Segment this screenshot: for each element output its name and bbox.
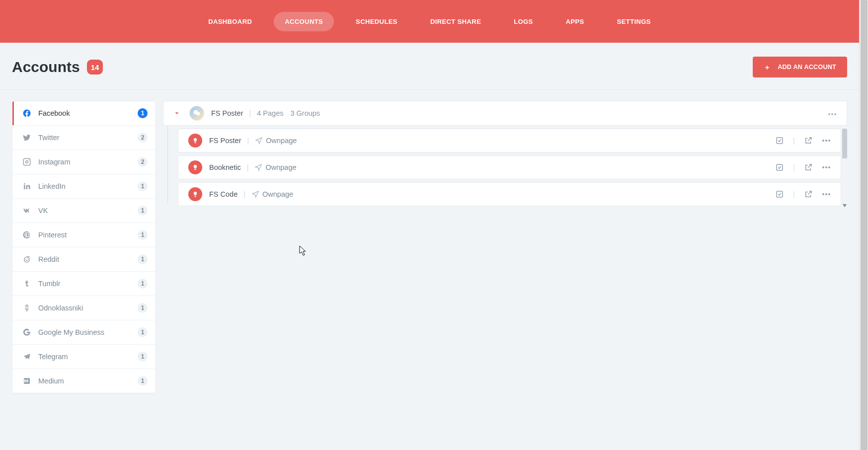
network-item-reddit[interactable]: Reddit 1 xyxy=(12,247,156,272)
add-account-label: ADD AN ACCOUNT xyxy=(778,64,836,71)
send-icon xyxy=(254,163,262,171)
svg-point-17 xyxy=(825,166,827,168)
svg-point-12 xyxy=(822,140,824,142)
network-list: Facebook 1 Twitter 2 Instagram 2 LinkedI… xyxy=(12,101,156,393)
select-icon[interactable] xyxy=(775,190,784,199)
facebook-icon xyxy=(22,109,31,118)
network-label: VK xyxy=(38,207,48,215)
sub-item-actions: | xyxy=(775,190,831,199)
odnoklassniki-icon xyxy=(22,303,31,312)
google-icon xyxy=(22,328,31,337)
twitter-icon xyxy=(22,133,31,142)
svg-point-18 xyxy=(828,166,830,168)
svg-point-13 xyxy=(825,140,827,142)
network-item-google-my-business[interactable]: Google My Business 1 xyxy=(12,320,156,345)
svg-point-9 xyxy=(831,113,833,115)
body: Facebook 1 Twitter 2 Instagram 2 LinkedI… xyxy=(0,90,859,393)
nav-schedules[interactable]: SCHEDULES xyxy=(345,12,408,31)
network-item-pinterest[interactable]: Pinterest 1 xyxy=(12,223,156,247)
sub-item-name: FS Poster xyxy=(209,137,241,145)
svg-point-22 xyxy=(828,193,830,195)
sub-item-name: Booknetic xyxy=(209,163,241,171)
nav-logs[interactable]: LOGS xyxy=(503,12,544,31)
sub-item[interactable]: FS Code | Ownpage | xyxy=(178,182,841,206)
sub-item-type: Ownpage xyxy=(266,137,297,145)
svg-point-0 xyxy=(26,161,28,163)
tumblr-icon xyxy=(22,279,31,288)
network-item-instagram[interactable]: Instagram 2 xyxy=(12,150,156,174)
page-header: Accounts 14 ＋ ADD AN ACCOUNT xyxy=(0,43,859,90)
network-item-medium[interactable]: Medium 1 xyxy=(12,369,156,393)
main-content: FS Poster | 4 Pages 3 Groups FS Poster | xyxy=(163,101,847,393)
network-label: Facebook xyxy=(38,109,70,117)
vk-icon xyxy=(22,206,31,215)
linkedin-icon xyxy=(22,182,31,191)
svg-point-6 xyxy=(26,305,28,307)
account-avatar xyxy=(189,106,204,121)
network-label: Medium xyxy=(38,377,64,385)
divider: | xyxy=(793,190,795,198)
network-label: Pinterest xyxy=(38,231,67,239)
network-item-facebook[interactable]: Facebook 1 xyxy=(12,101,156,126)
svg-point-10 xyxy=(834,113,836,115)
select-icon[interactable] xyxy=(775,163,784,172)
sub-item-name: FS Code xyxy=(209,190,237,198)
network-label: LinkedIn xyxy=(38,182,66,190)
network-item-odnoklassniki[interactable]: Odnoklassniki 1 xyxy=(12,296,156,320)
page-scrollbar[interactable] xyxy=(859,0,868,450)
network-item-twitter[interactable]: Twitter 2 xyxy=(12,126,156,150)
divider: | xyxy=(249,109,251,117)
top-nav: DASHBOARD ACCOUNTS SCHEDULES DIRECT SHAR… xyxy=(0,0,859,43)
network-count: 1 xyxy=(138,254,148,264)
svg-rect-11 xyxy=(777,138,783,144)
account-more-menu[interactable] xyxy=(828,109,837,117)
page-scrollbar-thumb[interactable] xyxy=(861,0,868,450)
network-count: 1 xyxy=(138,376,148,386)
sub-item[interactable]: FS Poster | Ownpage | xyxy=(178,129,841,152)
nav-accounts[interactable]: ACCOUNTS xyxy=(274,12,334,31)
network-item-tumblr[interactable]: Tumblr 1 xyxy=(12,272,156,296)
svg-point-4 xyxy=(27,259,28,260)
nav-apps[interactable]: APPS xyxy=(555,12,595,31)
svg-point-8 xyxy=(828,113,830,115)
divider: | xyxy=(243,190,245,198)
add-account-button[interactable]: ＋ ADD AN ACCOUNT xyxy=(753,57,847,77)
network-label: Google My Business xyxy=(38,328,104,336)
nav-direct-share[interactable]: DIRECT SHARE xyxy=(419,12,492,31)
open-external-icon[interactable] xyxy=(804,190,813,199)
collapse-toggle[interactable] xyxy=(173,110,180,117)
svg-point-3 xyxy=(25,259,26,260)
network-item-linkedin[interactable]: LinkedIn 1 xyxy=(12,174,156,199)
svg-rect-15 xyxy=(777,164,783,170)
sub-item-more-menu[interactable] xyxy=(822,193,831,196)
network-count: 1 xyxy=(138,279,148,289)
svg-point-16 xyxy=(822,166,824,168)
network-label: Twitter xyxy=(38,134,60,142)
nav-dashboard[interactable]: DASHBOARD xyxy=(197,12,263,31)
account-pages-count: 4 Pages xyxy=(257,109,283,117)
sub-item-actions: | xyxy=(775,163,831,172)
sub-item-more-menu[interactable] xyxy=(822,166,831,169)
svg-point-14 xyxy=(828,140,830,142)
sub-item[interactable]: Booknetic | Ownpage | xyxy=(178,155,841,179)
nav-settings[interactable]: SETTINGS xyxy=(606,12,662,31)
send-icon xyxy=(255,137,263,145)
page-icon xyxy=(188,187,202,201)
page-title-text: Accounts xyxy=(12,59,80,75)
telegram-icon xyxy=(22,352,31,361)
sublist-scroll-down-icon[interactable] xyxy=(843,204,847,208)
sub-item-more-menu[interactable] xyxy=(822,139,831,142)
select-icon[interactable] xyxy=(775,136,784,145)
divider: | xyxy=(793,163,795,171)
network-count: 2 xyxy=(138,133,148,143)
network-item-vk[interactable]: VK 1 xyxy=(12,199,156,223)
network-label: Instagram xyxy=(38,158,70,166)
open-external-icon[interactable] xyxy=(804,163,813,172)
open-external-icon[interactable] xyxy=(804,136,813,145)
divider: | xyxy=(247,137,249,145)
sub-item-actions: | xyxy=(775,136,831,145)
network-count: 1 xyxy=(138,181,148,191)
network-count: 2 xyxy=(138,157,148,167)
sublist-scrollbar-thumb[interactable] xyxy=(842,129,847,158)
network-item-telegram[interactable]: Telegram 1 xyxy=(12,345,156,369)
